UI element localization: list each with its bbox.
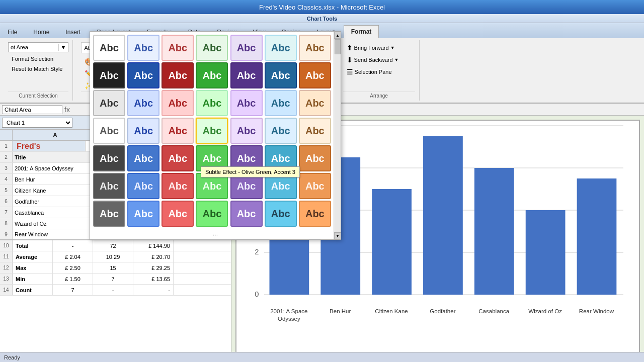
send-backward-btn[interactable]: ⬇ Send Backward ▼ [343, 54, 403, 65]
wordart-dropdown-panel[interactable]: Abc Abc Abc Abc Abc Abc Abc Abc Abc Abc … [90, 31, 341, 240]
selection-pane-btn[interactable]: ☰ Selection Pane [343, 66, 403, 77]
tab-file[interactable]: File [0, 25, 25, 38]
wa-3-3[interactable]: Abc [162, 90, 194, 116]
wa-4-2[interactable]: Abc [127, 118, 159, 144]
bar-7[interactable] [577, 178, 617, 295]
wa-2-3[interactable]: Abc [162, 62, 194, 88]
wa-7-2[interactable]: Abc [127, 201, 159, 227]
avg-c[interactable]: 10.29 [93, 251, 133, 262]
wa-3-5[interactable]: Abc [230, 90, 263, 116]
min-b[interactable]: £ 1.50 [53, 274, 93, 284]
avg-d[interactable]: £ 20.70 [133, 251, 174, 262]
send-backward-dropdown[interactable]: ▼ [394, 57, 399, 62]
wa-1-1[interactable]: Abc [93, 35, 125, 61]
wa-7-1[interactable]: Abc [93, 201, 125, 227]
movie-3[interactable]: Citizen Kane [13, 185, 98, 196]
min-c[interactable]: 7 [93, 274, 133, 284]
count-c[interactable]: - [93, 285, 133, 295]
avg-label[interactable]: Average [13, 251, 53, 262]
bar-3[interactable] [372, 189, 412, 295]
wa-2-5[interactable]: Abc [230, 62, 263, 88]
wa-4-5[interactable]: Abc [230, 118, 263, 144]
wa-6-7[interactable]: Abc [299, 173, 331, 199]
wa-4-7[interactable]: Abc [299, 118, 331, 144]
wa-6-1[interactable]: Abc [93, 173, 125, 199]
max-c[interactable]: 15 [93, 262, 133, 273]
avg-b[interactable]: £ 2.04 [53, 251, 93, 262]
wa-5-1[interactable]: Abc [93, 145, 125, 171]
bar-6[interactable] [526, 210, 566, 295]
wa-5-3[interactable]: Abc [162, 145, 194, 171]
wa-3-4[interactable]: Abc [196, 90, 228, 116]
wa-3-1[interactable]: Abc [93, 90, 125, 116]
wa-2-7[interactable]: Abc [299, 62, 331, 88]
count-b[interactable]: 7 [53, 285, 93, 295]
count-label[interactable]: Count [13, 285, 53, 295]
max-d[interactable]: £ 29.25 [133, 262, 174, 273]
max-label[interactable]: Max [13, 262, 53, 273]
scrollbar-track[interactable] [334, 39, 341, 232]
wa-7-7[interactable]: Abc [299, 201, 331, 227]
wa-7-4[interactable]: Abc [196, 201, 228, 227]
tab-insert[interactable]: Insert [58, 25, 88, 38]
wa-1-4[interactable]: Abc [196, 35, 228, 61]
bring-forward-btn[interactable]: ⬆ Bring Forward ▼ [343, 42, 403, 53]
wa-2-2[interactable]: Abc [127, 62, 159, 88]
wa-6-3[interactable]: Abc [162, 173, 194, 199]
count-d[interactable]: - [133, 285, 174, 295]
name-box[interactable]: Chart Area [2, 105, 62, 114]
movie-6[interactable]: Wizard of Oz [13, 218, 98, 229]
current-selection-dropdown[interactable]: ▼ [58, 44, 68, 51]
wa-4-6[interactable]: Abc [265, 118, 297, 144]
wa-2-6[interactable]: Abc [265, 62, 297, 88]
wa-1-3[interactable]: Abc [162, 35, 194, 61]
wa-1-6[interactable]: Abc [265, 35, 297, 61]
scrollbar-down-arrow[interactable]: ▼ [334, 232, 341, 239]
wa-4-3[interactable]: Abc [162, 118, 194, 144]
bar-5[interactable] [474, 168, 514, 295]
scrollbar-thumb[interactable] [335, 39, 341, 54]
total-label[interactable]: Total [13, 240, 53, 251]
col-a-header[interactable]: A [13, 130, 98, 140]
movie-4[interactable]: Godfather [13, 196, 98, 207]
svg-text:Godfather: Godfather [430, 308, 455, 314]
wa-3-6[interactable]: Abc [265, 90, 297, 116]
bring-forward-dropdown[interactable]: ▼ [390, 45, 395, 50]
min-d[interactable]: £ 13.65 [133, 274, 174, 284]
wa-7-5[interactable]: Abc [230, 201, 263, 227]
total-c[interactable]: 72 [93, 240, 133, 251]
chart-name-select[interactable]: Chart 1 [2, 118, 72, 128]
wordart-scrollbar[interactable]: ▲ ▼ [334, 32, 341, 239]
tab-home[interactable]: Home [26, 25, 57, 38]
total-d[interactable]: £ 144.90 [133, 240, 174, 251]
scrollbar-up-arrow[interactable]: ▲ [334, 32, 341, 39]
tab-format[interactable]: Format [344, 25, 379, 38]
wa-2-4[interactable]: Abc [196, 62, 228, 88]
header-title[interactable]: Title [13, 152, 98, 162]
bar-4[interactable] [423, 136, 463, 295]
wa-7-3[interactable]: Abc [162, 201, 194, 227]
movie-7[interactable]: Rear Window [13, 229, 98, 239]
wa-3-2[interactable]: Abc [127, 90, 159, 116]
wa-3-7[interactable]: Abc [299, 90, 331, 116]
max-b[interactable]: £ 2.50 [53, 262, 93, 273]
total-b[interactable]: - [53, 240, 93, 251]
wa-5-7[interactable]: Abc [299, 145, 331, 171]
wa-4-4[interactable]: Abc [196, 118, 228, 144]
reset-style-btn[interactable]: Reset to Match Style [8, 64, 68, 73]
wa-1-2[interactable]: Abc [127, 35, 159, 61]
movie-1[interactable]: 2001: A Space Odyssey [13, 163, 98, 173]
wa-7-6[interactable]: Abc [265, 201, 297, 227]
wa-5-2[interactable]: Abc [127, 145, 159, 171]
movie-5[interactable]: Casablanca [13, 207, 98, 218]
min-label[interactable]: Min [13, 274, 53, 284]
wa-1-7[interactable]: Abc [299, 35, 331, 61]
movie-2[interactable]: Ben Hur [13, 174, 98, 185]
wa-4-1[interactable]: Abc [93, 118, 125, 144]
row-num-7: 7 [0, 207, 13, 218]
format-selection-btn[interactable]: Format Selection [8, 54, 68, 63]
wa-2-1[interactable]: Abc [93, 62, 125, 88]
freds-title-cell[interactable]: Fred's [13, 141, 86, 151]
wa-6-2[interactable]: Abc [127, 173, 159, 199]
wa-1-5[interactable]: Abc [230, 35, 263, 61]
